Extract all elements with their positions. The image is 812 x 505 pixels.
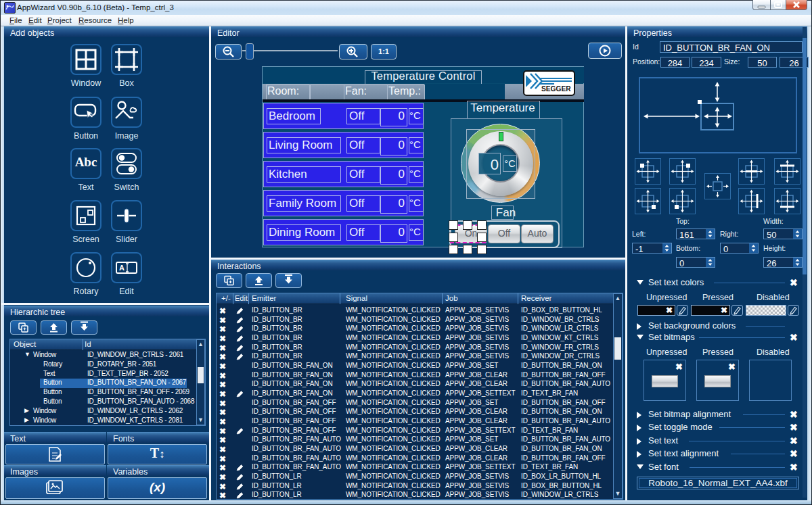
svg-text:A: A	[119, 264, 125, 272]
svg-text:SEGGER: SEGGER	[541, 85, 571, 93]
